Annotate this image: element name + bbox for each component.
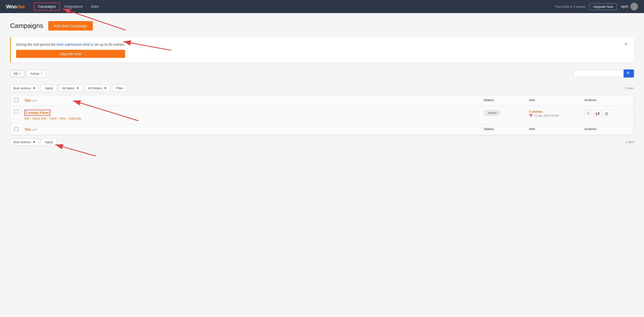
header-right: Trial ends in 2 weeks Upgrade Now ApiX — [555, 3, 638, 10]
row-action-links: Edit | Quick Edit | Trash | View | Dupli… — [24, 117, 484, 120]
col-title-bottom[interactable]: Title ▲▼ — [24, 127, 484, 132]
header: Woorise Campaigns Integrations Sites Tri… — [0, 0, 644, 13]
select-all-checkbox[interactable] — [14, 98, 18, 102]
col-status: Status — [484, 98, 529, 103]
nav-integrations[interactable]: Integrations — [61, 3, 86, 10]
toolbar-left: Bulk actions ▼ Apply All dates ▼ All fol… — [10, 85, 127, 92]
col-actions: Actions — [584, 98, 630, 103]
table-row: Contact Form Edit | Quick Edit | Trash |… — [10, 106, 634, 124]
notice-text: During the trial period the form submiss… — [16, 42, 125, 47]
tab-all[interactable]: All 1 — [10, 70, 24, 77]
duplicate-link[interactable]: Duplicate — [69, 117, 81, 120]
select-all-checkbox-bottom[interactable] — [14, 127, 18, 131]
checkbox-footer — [14, 127, 24, 132]
row-title-cell: Contact Form Edit | Quick Edit | Trash |… — [24, 110, 484, 120]
bulk-actions-dropdown[interactable]: Bulk actions ▼ — [10, 85, 39, 92]
page-title: Campaigns — [10, 22, 43, 30]
chevron-down-icon-bottom: ▼ — [32, 140, 36, 144]
page-header: Campaigns Add New Campaign — [10, 21, 634, 30]
col-actions-bottom: Actions — [584, 127, 630, 132]
all-folders-dropdown[interactable]: All folders ▼ — [85, 85, 110, 92]
quick-edit-link[interactable]: Quick Edit — [32, 117, 46, 120]
chevron-down-icon: ▼ — [32, 86, 36, 90]
action-icons: ☷ 📢 ▤ — [584, 110, 630, 117]
row-status-cell: Active — [484, 110, 529, 116]
upgrade-now-button-header[interactable]: Upgrade Now — [589, 3, 617, 10]
campaigns-table: Title ▲▼ Status Info Actions Contact For… — [10, 95, 634, 135]
filter-button[interactable]: Filter — [112, 85, 127, 92]
chart-icon: ▤ — [605, 111, 608, 115]
search-icon: 🔍 — [626, 71, 631, 76]
info-date: 📅 11 Apr 2024 06:39 — [529, 114, 584, 117]
row-actions-cell: ☷ 📢 ▤ — [584, 110, 630, 117]
notice-close-button[interactable]: ✕ — [623, 42, 629, 47]
campaign-name-link[interactable]: Contact Form — [24, 110, 50, 116]
notice-content: During the trial period the form submiss… — [16, 42, 125, 58]
user-menu[interactable]: ApiX — [621, 3, 638, 10]
col-info: Info — [529, 98, 584, 103]
trash-link[interactable]: Trash — [49, 117, 57, 120]
table-header: Title ▲▼ Status Info Actions — [10, 95, 634, 106]
chart-button[interactable]: ▤ — [602, 110, 610, 117]
tab-active[interactable]: Active 1 — [26, 70, 46, 77]
table-footer-header: Title ▲▼ Status Info Actions — [10, 124, 634, 135]
checkbox-header — [14, 98, 24, 103]
nav-campaigns[interactable]: Campaigns — [34, 3, 60, 11]
entries-count: 3 entries — [529, 110, 584, 113]
logo[interactable]: Woorise — [6, 4, 25, 10]
notice-banner: During the trial period the form submiss… — [10, 37, 634, 62]
row-select-checkbox[interactable] — [14, 110, 18, 114]
bottom-toolbar: Bulk actions ▼ Apply 1 item — [10, 135, 634, 149]
megaphone-icon: 📢 — [595, 111, 599, 115]
main-content: Campaigns Add New Campaign During the tr… — [0, 13, 644, 317]
main-nav: Campaigns Integrations Sites — [34, 3, 102, 11]
sort-icon: ▲▼ — [32, 99, 37, 102]
nav-sites[interactable]: Sites — [87, 3, 102, 10]
bulk-actions-dropdown-bottom[interactable]: Bulk actions ▼ — [10, 138, 39, 146]
calendar-icon: 📅 — [529, 114, 533, 117]
apply-button-bottom[interactable]: Apply — [41, 138, 57, 146]
apply-button-top[interactable]: Apply — [41, 85, 57, 92]
chevron-down-icon-folders: ▼ — [104, 86, 107, 90]
edit-link[interactable]: Edit — [24, 117, 30, 120]
filter-tabs: All 1 Active 1 🔍 — [10, 69, 634, 77]
search-area: 🔍 — [573, 69, 634, 77]
user-name: ApiX — [621, 5, 628, 9]
row-info-cell: 3 entries 📅 11 Apr 2024 06:39 — [529, 110, 584, 117]
entries-icon: ☷ — [587, 111, 590, 115]
col-status-bottom: Status — [484, 127, 529, 132]
top-toolbar: Bulk actions ▼ Apply All dates ▼ All fol… — [10, 82, 634, 95]
search-input[interactable] — [573, 70, 624, 77]
col-title[interactable]: Title ▲▼ — [24, 98, 484, 103]
all-dates-dropdown[interactable]: All dates ▼ — [59, 85, 83, 92]
row-checkbox — [14, 110, 24, 114]
status-badge: Active — [484, 110, 501, 116]
form-submission-link[interactable]: form submission limit — [57, 43, 90, 47]
item-count-top: 1 item — [625, 86, 634, 90]
sort-icon-bottom: ▲▼ — [32, 128, 37, 131]
megaphone-button[interactable]: 📢 — [593, 110, 601, 117]
trial-text: Trial ends in 2 weeks — [555, 5, 585, 9]
avatar — [630, 3, 638, 10]
chevron-down-icon-dates: ▼ — [76, 86, 79, 90]
col-info-bottom: Info — [529, 127, 584, 132]
bottom-toolbar-left: Bulk actions ▼ Apply — [10, 138, 57, 146]
add-new-campaign-button[interactable]: Add New Campaign — [48, 21, 93, 30]
upgrade-now-button-notice[interactable]: Upgrade Now — [16, 50, 125, 58]
item-count-bottom: 1 item — [625, 140, 634, 144]
tabs-left: All 1 Active 1 — [10, 70, 46, 77]
entries-button[interactable]: ☷ — [584, 110, 592, 117]
search-button[interactable]: 🔍 — [624, 69, 634, 77]
view-link[interactable]: View — [59, 117, 66, 120]
